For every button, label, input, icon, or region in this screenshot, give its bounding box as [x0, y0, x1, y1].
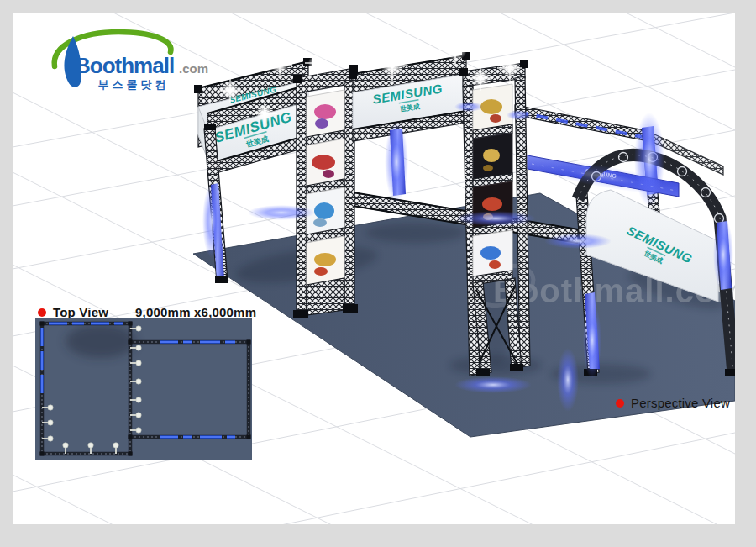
top-view-plan [35, 318, 252, 460]
page: { "frame": { "outer_bg": "#dcdcdc", "can… [0, 0, 756, 547]
logo-subtitle-kr: 부스몰닷컴 [98, 78, 170, 91]
perspective-view-label-row: Perspective View [616, 396, 730, 410]
red-bullet-icon [38, 308, 46, 317]
middle-tower [293, 65, 358, 318]
render-canvas: Boothmall.com SEMISUNG 世 [13, 13, 735, 524]
perspective-view-label: Perspective View [631, 396, 730, 410]
logo-brand-text: Boothmall [75, 53, 174, 78]
red-bullet-icon [616, 399, 624, 408]
logo-tld-text: .com [179, 61, 208, 76]
boothmall-logo: Boothmall .com 부스몰닷컴 [43, 28, 211, 95]
central-header: SEMISUNG 世美成 [349, 52, 470, 196]
